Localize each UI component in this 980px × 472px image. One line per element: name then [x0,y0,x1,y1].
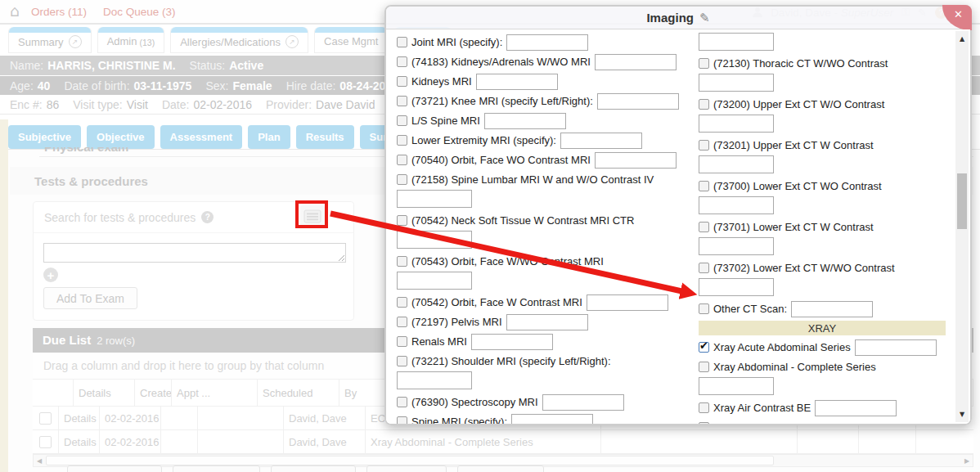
specify-input[interactable] [815,400,897,416]
close-icon: ✕ [954,8,963,20]
item-checkbox[interactable] [699,303,709,314]
item-label: (73201) Upper Ext CT W Contrast [713,139,874,151]
specify-input[interactable] [791,301,873,317]
scrollbar-thumb[interactable] [957,173,967,229]
specify-input[interactable] [699,237,774,255]
check-icon: ✔ [699,339,708,352]
specify-input[interactable] [699,115,774,133]
imaging-item: XRAY [699,321,946,335]
specify-input[interactable] [397,371,472,389]
item-checkbox[interactable] [397,356,407,366]
imaging-item: Lower Extremity MRI (specify): [397,131,691,150]
item-checkbox[interactable] [397,135,407,146]
specify-input[interactable] [699,155,774,173]
item-checkbox[interactable] [397,174,407,185]
specify-input[interactable] [484,113,566,129]
imaging-item: (73200) Upper Ext CT W/O Contrast [699,95,946,133]
specify-input[interactable] [699,278,774,296]
item-label: (72130) Thoracic CT W/WO Contrast [713,57,888,70]
imaging-item: Other CT Scan: [699,299,946,318]
specify-input[interactable] [506,314,588,330]
item-checkbox[interactable]: ✔ [699,342,709,353]
imaging-item: (70542) Orbit, Face W Contrast MRI [397,293,691,312]
imaging-item: (72130) Thoracic CT W/WO Contrast [699,54,946,92]
specify-input[interactable] [397,231,472,249]
imaging-item: L/S Spine MRI [397,111,691,130]
item-checkbox[interactable] [397,37,407,47]
scroll-up-icon[interactable]: ▲ [955,35,969,43]
imaging-item: (72158) Spine Lumbar MRI W and W/O Contr… [397,170,691,208]
imaging-item: (73221) Shoulder MRI (specify Left/Right… [397,352,691,389]
specify-input[interactable] [587,294,668,311]
imaging-dialog: Imaging ✎ ✕ Joint MRI (specify): [384,5,972,425]
specify-input[interactable] [597,93,679,110]
item-label: Xray Abdominal - Complete Series [713,361,876,373]
specify-input[interactable] [699,74,774,92]
imaging-right-column: (72130) Thoracic CT W/WO Contrast (73200… [699,32,946,424]
item-label: (74183) Kidneys/Adrenals W/WO MRI [411,56,591,68]
item-checkbox[interactable] [397,56,407,67]
edit-pencil-icon[interactable]: ✎ [699,11,710,25]
item-label: (73701) Lower Ext CT W Contrast [713,221,874,233]
imaging-item: Kidneys MRI [397,72,691,91]
item-checkbox[interactable] [397,416,407,424]
specify-input[interactable] [397,190,472,208]
specify-input[interactable] [595,54,677,70]
item-checkbox[interactable] [699,362,709,372]
item-checkbox[interactable] [699,222,709,232]
specify-input[interactable] [855,339,937,356]
item-checkbox[interactable] [397,115,407,126]
imaging-item: (76390) Spectroscopy MRI [397,393,691,411]
highlight-box [295,200,328,228]
imaging-item: (70542) Neck Soft Tissue W Contrast MRI … [397,211,691,249]
item-checkbox[interactable] [397,397,407,407]
imaging-item: (73201) Upper Ext CT W Contrast [699,136,946,173]
imaging-item: Renals MRI [397,332,691,351]
specify-input[interactable] [397,272,472,290]
item-checkbox[interactable] [397,297,407,308]
item-label: (72158) Spine Lumbar MRI W and W/O Contr… [411,173,654,186]
specify-input[interactable] [699,377,774,395]
specify-input[interactable] [699,196,774,214]
specify-input[interactable] [560,133,642,149]
imaging-item: (73700) Lower Ext CT WO Contrast [699,177,946,214]
item-checkbox[interactable] [397,215,407,226]
item-label: Xray Air Contrast BE [713,402,811,414]
dialog-body: Joint MRI (specify): (74183) Kidneys/Adr… [386,29,970,424]
item-checkbox[interactable] [699,140,709,151]
specify-input[interactable] [511,414,593,425]
scroll-down-icon[interactable]: ▼ [955,411,969,418]
item-checkbox[interactable] [397,155,407,165]
item-label: (70543) Orbit, Face W/WO Contrast MRI [411,255,604,267]
imaging-item: (70543) Orbit, Face W/WO Contrast MRI [397,252,691,290]
item-checkbox[interactable] [397,96,407,106]
specify-input[interactable] [506,34,588,51]
specify-input[interactable] [476,74,558,90]
imaging-item: (73702) Lower Ext CT W/WO Contrast [699,258,946,296]
specify-input[interactable] [542,394,624,411]
imaging-item: (72197) Pelvis MRI [397,312,691,331]
imaging-item [699,33,946,51]
item-label: Joint MRI (specify): [411,36,502,48]
specify-input[interactable] [595,152,677,169]
item-checkbox[interactable] [397,76,407,87]
item-label: (73702) Lower Ext CT W/WO Contrast [713,262,895,274]
item-checkbox[interactable] [699,99,709,110]
specify-input[interactable] [471,334,553,350]
item-checkbox[interactable] [397,336,407,347]
item-checkbox[interactable] [699,422,709,424]
item-checkbox[interactable] [397,256,407,267]
item-label: (73200) Upper Ext CT W/O Contrast [713,98,884,110]
dialog-scrollbar[interactable]: ▲ ▼ [955,31,969,422]
item-checkbox[interactable] [699,181,709,191]
imaging-left-column: Joint MRI (specify): (74183) Kidneys/Adr… [397,32,691,424]
specify-input[interactable] [699,33,774,51]
xray-section-header: XRAY [699,321,946,335]
dialog-header[interactable]: Imaging ✎ [386,7,970,29]
item-checkbox[interactable] [699,402,709,413]
item-checkbox[interactable] [397,317,407,327]
item-checkbox[interactable] [699,58,709,69]
item-label: Renals MRI [411,335,467,348]
item-label: Lower Extremity MRI (specify): [411,134,556,146]
item-checkbox[interactable] [699,263,709,273]
